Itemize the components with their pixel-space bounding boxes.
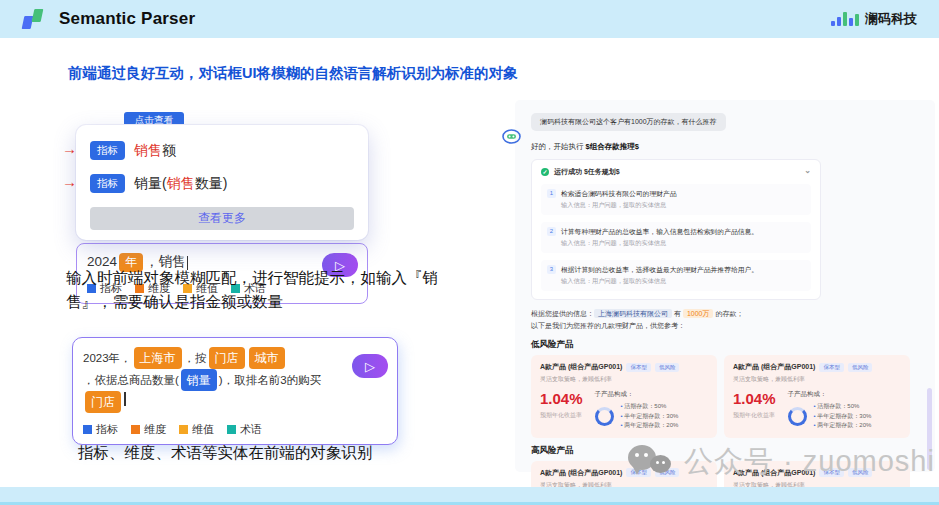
step-title: 检索适合澜码科技有限公司的理财产品 — [561, 189, 677, 199]
semantic-parser-logo-icon — [22, 9, 46, 29]
query-token: 上海市 — [134, 347, 182, 369]
product-subtitle: 灵活支取策略，兼顾低利率 — [733, 375, 901, 384]
product-title: A款产品 (组合产品GP001) — [540, 362, 622, 372]
bar-chart-logo-icon — [831, 12, 859, 26]
mockup-tokenized-query: 2023年，上海市，按门店城市，依据总商品数量(销量)，取排名前3的购买门店 ▷… — [72, 337, 398, 445]
red-arrow-icon: → — [62, 173, 77, 190]
product-tag: 保本型 — [626, 363, 651, 372]
summary-text: 根据您提供的信息：上海澜码科技有限公司 有 1000万 的存款； 以下是我们为您… — [531, 308, 921, 332]
query-token: 门店 — [85, 391, 121, 413]
chevron-down-icon[interactable]: ⌄ — [804, 166, 811, 175]
step-body: 计算每种理财产品的总收益率，输入信息包括检索到的产品信息。 输入信息：用户问题，… — [561, 227, 758, 248]
product-card[interactable]: A款产品 (组合产品GP001) 保本型 低风险 灵活支取策略，兼顾低利率 1.… — [531, 355, 717, 438]
caption-entity-recognition: 指标、维度、术语等实体在前端的对象识别 — [78, 441, 373, 465]
send-button[interactable]: ▷ — [352, 354, 388, 378]
query-token: 2023年， — [83, 348, 132, 368]
bot-intro-text: 好的，开始执行 $组合存款推理$ — [531, 142, 921, 152]
suggestion-text: 销售额 — [134, 142, 176, 160]
summary-prefix: 根据您提供的信息： — [531, 310, 594, 317]
legend-swatch — [83, 425, 92, 434]
step-number: 1 — [547, 189, 556, 198]
composition-item: 两年定期存款：20% — [621, 421, 679, 431]
product-tag: 低风险 — [655, 363, 680, 372]
composition-list: 活期存款：50% 半年定期存款：30% 两年定期存款：20% — [814, 402, 872, 431]
expected-rate: 1.04% — [733, 390, 776, 407]
suggestion-text-highlight: 销售 — [167, 175, 195, 191]
step-subtitle: 输入信息：用户问题，提取的实体信息 — [561, 277, 758, 286]
composition-list: 活期存款：50% 半年定期存款：30% 两年定期存款：20% — [621, 402, 679, 431]
bot-intro-prefix: 好的，开始执行 — [531, 142, 586, 151]
plan-step: 3 根据计算到的总收益率，选择收益最大的理财产品并推荐给用户。 输入信息：用户问… — [541, 260, 811, 291]
success-check-icon: ✓ — [541, 168, 549, 176]
rate-label: 预期年化收益率 — [540, 411, 583, 420]
expected-rate: 1.04% — [540, 390, 583, 407]
composition-column: 子产品构成： 活期存款：50% 半年定期存款：30% 两年定期存款：20% — [788, 390, 872, 431]
suggestion-row[interactable]: → 指标 销量(销售数量) — [90, 174, 354, 193]
query-token: )，取排名前3的购买 — [219, 370, 321, 390]
product-subtitle: 灵活支取策略，兼顾低利率 — [540, 375, 708, 384]
composition-item: 半年定期存款：30% — [621, 412, 679, 422]
step-subtitle: 输入信息：用户问题，提取的实体信息 — [561, 201, 677, 210]
summary-line2: 以下是我们为您推荐的几款理财产品，供您参考： — [531, 320, 921, 332]
brand-name: 澜码科技 — [865, 10, 917, 28]
product-card[interactable]: A款产品 (组合产品GP001) 保本型 低风险 灵活支取策略，兼顾低利率 1.… — [724, 355, 910, 438]
step-body: 根据计算到的总收益率，选择收益最大的理财产品并推荐给用户。 输入信息：用户问题，… — [561, 265, 758, 286]
composition-item: 活期存款：50% — [814, 402, 872, 412]
suggestion-text-post: 额 — [162, 142, 176, 158]
composition-item: 两年定期存款：20% — [814, 421, 872, 431]
summary-suffix: 的存款； — [713, 310, 743, 317]
bot-intro-bold: $组合存款推理$ — [586, 142, 639, 151]
legend-swatch — [131, 425, 140, 434]
plan-card-header[interactable]: ✓ 运行成功 $任务规划$ ⌄ — [541, 167, 811, 177]
plan-title: 运行成功 $任务规划$ — [554, 167, 620, 177]
query-token: 销量 — [181, 369, 217, 391]
slide-title: 前端通过良好互动，对话框UI将模糊的自然语言解析识别为标准的对象 — [68, 64, 518, 83]
legend-label: 维值 — [192, 422, 214, 437]
donut-chart-icon — [788, 407, 807, 426]
step-title: 根据计算到的总收益率，选择收益最大的理财产品并推荐给用户。 — [561, 265, 758, 275]
rate-column: 1.04% 预期年化收益率 — [540, 390, 583, 431]
rate-label: 预期年化收益率 — [733, 411, 776, 420]
suggestion-text-highlight: 销售 — [134, 142, 162, 158]
step-number: 3 — [547, 265, 556, 274]
app-title: Semantic Parser — [59, 9, 195, 29]
donut-chart-icon — [595, 407, 614, 426]
step-body: 检索适合澜码科技有限公司的理财产品 输入信息：用户问题，提取的实体信息 — [561, 189, 677, 210]
suggestion-row[interactable]: → 指标 销售额 — [90, 141, 354, 160]
query-token: ，依据总商品数量( — [83, 370, 179, 390]
summary-mid: 有 — [672, 310, 683, 317]
see-more-button[interactable]: 查看更多 — [90, 207, 354, 230]
suggestion-text-post: 数量) — [195, 175, 228, 191]
red-arrow-icon: → — [62, 140, 77, 157]
task-plan-card: ✓ 运行成功 $任务规划$ ⌄ 1 检索适合澜码科技有限公司的理财产品 输入信息… — [531, 159, 821, 300]
legend-item: 维度 — [131, 422, 166, 437]
legend-label: 术语 — [240, 422, 262, 437]
suggestion-text: 销量(销售数量) — [134, 175, 227, 193]
query-token: 门店 — [209, 347, 245, 369]
legend-label: 维度 — [144, 422, 166, 437]
section-low-risk: 低风险产品 — [531, 339, 921, 351]
metric-tag: 指标 — [90, 141, 125, 160]
product-title: A款产品 (组合产品GP001) — [540, 468, 622, 478]
watermark: 公众号 · zuomoshi — [628, 442, 935, 482]
composition-label: 子产品构成： — [595, 390, 679, 399]
watermark-text: 公众号 · zuomoshi — [684, 442, 935, 482]
text-caret — [124, 392, 126, 406]
top-header-bar: Semantic Parser 澜码科技 — [0, 0, 939, 38]
slide: Semantic Parser 澜码科技 前端通过良好互动，对话框UI将模糊的自… — [0, 0, 939, 505]
query-input-line[interactable]: 2023年，上海市，按门店城市，依据总商品数量(销量)，取排名前3的购买门店 — [83, 347, 339, 413]
product-tag: 低风险 — [848, 363, 873, 372]
suggestion-text-pre: 销量( — [134, 175, 167, 191]
composition-column: 子产品构成： 活期存款：50% 半年定期存款：30% 两年定期存款：20% — [595, 390, 679, 431]
legend-swatch — [179, 425, 188, 434]
step-subtitle: 输入信息：用户问题，提取的实体信息 — [561, 239, 758, 248]
legend-item: 指标 — [83, 422, 118, 437]
composition-item: 活期存款：50% — [621, 402, 679, 412]
send-icon: ▷ — [365, 359, 375, 374]
step-title: 计算每种理财产品的总收益率，输入信息包括检索到的产品信息。 — [561, 227, 758, 237]
bottom-strip — [0, 487, 939, 505]
legend-swatch — [227, 425, 236, 434]
product-tag: 保本型 — [819, 363, 844, 372]
suggestion-dropdown: → 指标 销售额 → 指标 销量(销售数量) 查看更多 — [76, 125, 368, 240]
legend-item: 术语 — [227, 422, 262, 437]
